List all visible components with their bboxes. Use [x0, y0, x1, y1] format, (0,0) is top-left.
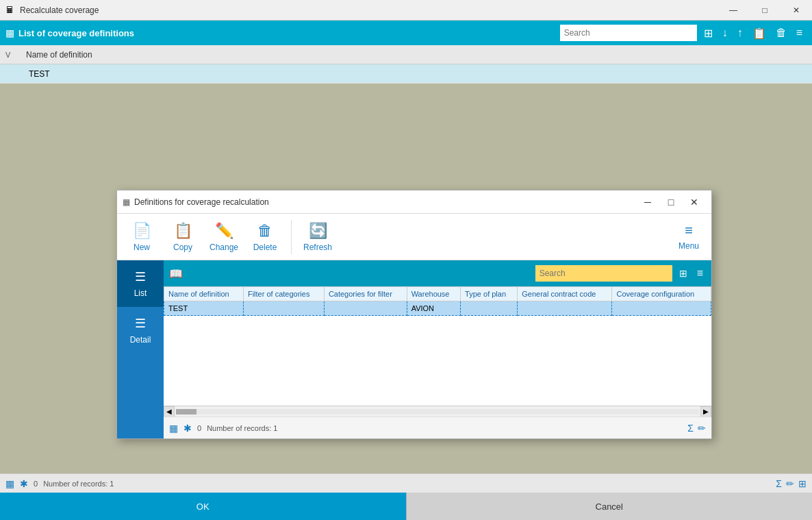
outer-data-row[interactable]: TEST: [0, 64, 812, 84]
bottom-spinner-count: 0: [34, 480, 38, 488]
toolbar-separator: [291, 220, 292, 254]
bottom-buttons: OK Cancel: [0, 493, 812, 520]
status-spinner-icon[interactable]: ✱: [183, 423, 192, 434]
sort-up-button[interactable]: ↑: [733, 25, 747, 40]
copy-button[interactable]: 📋 Copy: [164, 216, 202, 258]
col-categories-for-filter[interactable]: Categories for filter: [324, 287, 407, 301]
delete-label: Delete: [253, 243, 277, 252]
col-warehouse[interactable]: Warehouse: [407, 287, 460, 301]
data-table: Name of definition Filter of categories …: [164, 286, 711, 316]
col-filter-of-categories[interactable]: Filter of categories: [243, 287, 324, 301]
main-header: ▦ List of coverage definitions ⊞ ↓ ↑ 📋 🗑…: [0, 21, 812, 45]
copy-button-header[interactable]: 📋: [748, 25, 770, 41]
change-label: Change: [210, 243, 238, 252]
bottom-spinner-icon[interactable]: ✱: [20, 478, 28, 489]
detail-label: Detail: [130, 335, 151, 345]
menu-icon: ≡: [685, 223, 693, 238]
dialog-minimize[interactable]: ─: [636, 193, 659, 212]
dialog-icon: ▦: [123, 197, 130, 207]
cell-warehouse: AVION: [407, 301, 460, 316]
new-icon: 📄: [133, 222, 151, 240]
cell-type-plan: [461, 301, 518, 316]
menu-button[interactable]: ≡ Menu: [672, 216, 706, 258]
cell-filter-categories: [243, 301, 324, 316]
scroll-thumb[interactable]: [176, 409, 196, 414]
close-button[interactable]: ✕: [781, 0, 812, 21]
bottom-grid-icon[interactable]: ▦: [5, 478, 14, 489]
left-nav: ☰ List ☰ Detail: [117, 260, 164, 438]
table-filter-button[interactable]: ⊞: [676, 268, 690, 279]
dialog-title: Definitions for coverage recalculation: [134, 197, 636, 207]
minimize-button[interactable]: —: [718, 0, 749, 21]
col-name-of-definition[interactable]: Name of definition: [164, 287, 244, 301]
status-record-count: Number of records: 1: [207, 424, 277, 432]
table-scroll-area[interactable]: Name of definition Filter of categories …: [164, 286, 711, 406]
col-general-contract-code[interactable]: General contract code: [518, 287, 612, 301]
dialog-titlebar: ▦ Definitions for coverage recalculation…: [117, 190, 711, 214]
dialog-maximize[interactable]: □: [659, 193, 683, 212]
table-search-input[interactable]: [535, 265, 672, 282]
delete-icon: 🗑: [257, 222, 272, 240]
bottom-right-actions: Σ ✏ ⊞: [776, 478, 807, 489]
status-grid-icon[interactable]: ▦: [169, 423, 178, 434]
change-button[interactable]: ✏️ Change: [205, 216, 243, 258]
table-row[interactable]: TEST AVION: [164, 301, 711, 316]
nav-list[interactable]: ☰ List: [117, 260, 164, 307]
horizontal-scrollbar[interactable]: ◀ ▶: [164, 406, 711, 417]
outer-column-header: V Name of definition: [0, 45, 812, 64]
cancel-button[interactable]: Cancel: [407, 493, 813, 520]
cell-contract-code: [518, 301, 612, 316]
table-toolbar: 📖 ⊞ ≡: [164, 260, 711, 286]
new-label: New: [134, 243, 150, 252]
copy-icon: 📋: [174, 222, 192, 240]
status-edit-icon[interactable]: ✏: [698, 423, 706, 434]
table-area: 📖 ⊞ ≡ Name of definition Filter of categ…: [164, 260, 711, 438]
status-sigma-icon[interactable]: Σ: [687, 423, 694, 434]
cell-categories-filter: [324, 301, 407, 316]
refresh-button[interactable]: 🔄 Refresh: [299, 216, 337, 258]
main-header-actions: ⊞ ↓ ↑ 📋 🗑 ≡: [700, 25, 807, 41]
refresh-label: Refresh: [303, 243, 332, 252]
nav-detail[interactable]: ☰ Detail: [117, 307, 164, 354]
delete-button[interactable]: 🗑 Delete: [246, 216, 284, 258]
detail-icon: ☰: [135, 316, 146, 331]
dialog-controls: ─ □ ✕: [636, 193, 706, 212]
filter-button[interactable]: ⊞: [700, 25, 717, 41]
scroll-right-button[interactable]: ▶: [700, 406, 711, 417]
new-button[interactable]: 📄 New: [123, 216, 161, 258]
title-bar-controls: — □ ✕: [718, 0, 812, 21]
table-book-icon: 📖: [169, 267, 183, 280]
table-menu-button[interactable]: ≡: [694, 267, 706, 280]
copy-label: Copy: [173, 243, 192, 252]
cell-name: TEST: [164, 301, 244, 316]
main-body: ▦ Definitions for coverage recalculation…: [0, 84, 812, 520]
outer-col-name: Name of definition: [26, 50, 92, 60]
col-coverage-configuration[interactable]: Coverage configuration: [612, 287, 711, 301]
sort-down-button[interactable]: ↓: [718, 25, 732, 40]
dialog-toolbar: 📄 New 📋 Copy ✏️ Change 🗑 Delete 🔄 Refres…: [117, 214, 711, 260]
menu-label: Menu: [678, 241, 699, 251]
scroll-left-button[interactable]: ◀: [164, 406, 175, 417]
col-type-of-plan[interactable]: Type of plan: [461, 287, 518, 301]
scroll-track[interactable]: [176, 409, 699, 414]
dialog-status-bar: ▦ ✱ 0 Number of records: 1 Σ ✏: [164, 417, 711, 438]
maximize-button[interactable]: □: [749, 0, 781, 21]
delete-button-header[interactable]: 🗑: [772, 25, 791, 40]
title-bar-text: Recalculate coverage: [20, 5, 99, 15]
bottom-edit-icon[interactable]: ✏: [786, 478, 794, 489]
outer-row-name: TEST: [26, 69, 53, 79]
bottom-sigma-icon[interactable]: Σ: [776, 478, 782, 489]
cell-coverage-config: [612, 301, 711, 316]
table-header-row: Name of definition Filter of categories …: [164, 287, 711, 301]
main-header-icon: ▦: [5, 27, 14, 38]
refresh-icon: 🔄: [309, 222, 327, 240]
status-right-actions: Σ ✏: [687, 423, 706, 434]
bottom-export-icon[interactable]: ⊞: [798, 478, 807, 489]
ok-button[interactable]: OK: [0, 493, 407, 520]
dialog-close[interactable]: ✕: [683, 193, 706, 212]
main-search-input[interactable]: [560, 25, 697, 41]
change-icon: ✏️: [215, 222, 233, 240]
list-icon: ☰: [135, 269, 146, 284]
menu-button-header[interactable]: ≡: [792, 25, 807, 40]
main-header-title: List of coverage definitions: [18, 28, 560, 38]
